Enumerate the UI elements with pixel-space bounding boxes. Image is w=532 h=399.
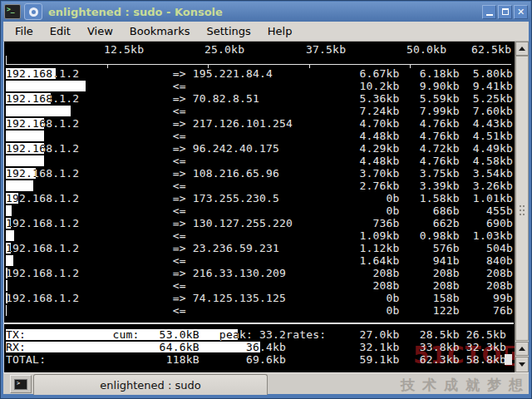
session-tab[interactable]: enlightened : sudo: [33, 374, 268, 395]
traffic-bar: <= 1.09kb 0.98kb 1.03kb: [6, 230, 14, 241]
terminal-line: 192.168.1.2 => 96.242.40.175 4.29kb 4.72…: [6, 142, 513, 155]
terminal-line: 192.168.1.2 => 195.221.84.4 6.67kb 6.18k…: [6, 67, 513, 80]
traffic-bar: 192.168.1.2 => 74.125.135.125 0b 158b 99…: [6, 293, 7, 303]
scale-label: 37.5kb: [306, 43, 346, 56]
traffic-bar: 192.168.1.2 => 70.82.8.51 5.36kb 5.59kb …: [6, 93, 51, 104]
terminal-cursor: [505, 354, 512, 365]
traffic-bar: 192.168.1.2 => 195.221.84.4 6.67kb 6.18k…: [6, 68, 56, 79]
terminal-line: RX: 64.6kB 36.4kb 32.1kb 33.8kb 32.3kbRX…: [6, 341, 513, 353]
traffic-bar: 192.168.1.2 => 217.126.101.254 4.70kb 4.…: [6, 118, 44, 129]
menu-bookmarks[interactable]: Bookmarks: [125, 23, 195, 39]
terminal-line: 192.168.1.2 => 173.255.230.5 0b 1.58kb 1…: [6, 192, 513, 204]
window-menu-button[interactable]: [24, 3, 42, 20]
traffic-bar: <= 0b 122b 76b: [6, 305, 7, 316]
window-title: enlightened : sudo - Konsole: [48, 6, 482, 18]
arrow-up-icon: [519, 347, 525, 351]
terminal-line: 192.168.1.2 => 216.33.130.209 208b 208b …: [6, 267, 513, 279]
arrow-down-icon: [519, 362, 525, 367]
traffic-bar: 192.168.1.2 => 130.127.255.220 736b 662b…: [6, 218, 11, 229]
traffic-bar: <= 1.64kb 941b 840b: [6, 255, 13, 266]
konsole-ring-icon: [29, 7, 38, 17]
menu-file[interactable]: File: [10, 23, 38, 39]
traffic-bar: 192.168.1.2 => 173.255.230.5 0b 1.58kb 1…: [6, 193, 18, 204]
scale-ruler: [4, 323, 514, 324]
menu-bar: FileEditViewBookmarksSettingsHelp: [3, 22, 529, 42]
scale-label: 12.5kb: [104, 43, 144, 56]
traffic-bar: <= 2.76kb 3.39kb 3.26kb: [6, 180, 33, 191]
menu-settings[interactable]: Settings: [201, 23, 255, 39]
terminal-line: <= 0b 686b 455b <= 0b 686b 455b: [6, 204, 513, 217]
terminal-line: <= 1.09kb 0.98kb 1.03kb <= 1.09kb 0.98kb…: [6, 229, 513, 242]
menu-view[interactable]: View: [82, 23, 118, 39]
traffic-bar: RX: 64.6kB 36.4kb 32.1kb 33.8kb 32.3kb: [6, 342, 260, 352]
arrow-up-icon: [519, 47, 525, 51]
traffic-bar: <= 208b 208b 208b: [6, 280, 7, 291]
minimize-icon: [486, 14, 493, 16]
session-tab-label: enlightened : sudo: [100, 379, 200, 392]
slogan-watermark: 技术成就梦想: [401, 376, 530, 395]
terminal-app-icon: [4, 4, 21, 19]
konsole-window: enlightened : sudo - Konsole ✕ FileEditV…: [0, 0, 532, 399]
terminal-line: <= 4.48kb 4.76kb 4.51kb <= 4.48kb 4.76kb…: [6, 130, 513, 142]
terminal-icon: [14, 379, 27, 390]
terminal-line: <= 0b 122b 76b <= 0b 122b 76b: [6, 304, 513, 317]
scale-label: 50.0kb: [406, 43, 446, 56]
window-controls: ✕: [482, 5, 528, 19]
terminal-screen[interactable]: 51CTO 12.5kb25.0kb37.5kb50.0kb62.5kb192.…: [3, 42, 515, 372]
traffic-bar: 192.168.1.2 => 108.216.65.96 3.70kb 3.75…: [6, 168, 36, 179]
close-button[interactable]: ✕: [514, 5, 528, 19]
terminal-line: <= 7.24kb 7.99kb 7.60kb <= 7.24kb 7.99kb…: [6, 105, 513, 117]
terminal-line: TOTAL: 118kB 69.6kb 59.1kb 62.3kb 58.8kb: [6, 353, 513, 366]
new-session-button[interactable]: [10, 375, 32, 393]
maximize-icon: [502, 8, 509, 15]
scroll-up-button-bottom[interactable]: [515, 342, 529, 356]
title-bar[interactable]: enlightened : sudo - Konsole ✕: [2, 2, 530, 22]
session-tab-bar: enlightened : sudo 技术成就梦想: [3, 372, 529, 394]
terminal-line: TX: cum: 53.0kB peak: 33.2rates: 27.0kb …: [6, 328, 513, 341]
terminal-line: 192.168.1.2 => 70.82.8.51 5.36kb 5.59kb …: [6, 92, 513, 105]
minimize-button[interactable]: [482, 5, 496, 19]
scale-label: 25.0kb: [204, 43, 244, 56]
traffic-bar: <= 4.48kb 4.76kb 4.51kb: [6, 131, 44, 141]
terminal-line: 192.168.1.2 => 130.127.255.220 736b 662b…: [6, 217, 513, 229]
terminal-scrollbar[interactable]: [515, 42, 529, 372]
scrollbar-grip-icon: [519, 204, 526, 216]
traffic-bar: 192.168.1.2 => 216.33.130.209 208b 208b …: [6, 268, 7, 278]
terminal-line: 192.168.1.2 => 217.126.101.254 4.70kb 4.…: [6, 117, 513, 130]
terminal-line: <= 1.64kb 941b 840b <= 1.64kb 941b 840b: [6, 254, 513, 267]
scale-label: 62.5kb: [471, 43, 511, 56]
terminal-line: <= 2.76kb 3.39kb 3.26kb <= 2.76kb 3.39kb…: [6, 180, 513, 192]
terminal-line: <= 208b 208b 208b <= 208b 208b 208b: [6, 279, 513, 292]
maximize-button[interactable]: [498, 5, 512, 19]
scroll-up-button[interactable]: [515, 42, 529, 56]
scroll-down-button[interactable]: [515, 357, 529, 372]
terminal-line: <= 4.48kb 4.76kb 4.58kb <= 4.48kb 4.76kb…: [6, 155, 513, 167]
traffic-bar: <= 4.48kb 4.76kb 4.58kb: [6, 155, 44, 166]
terminal-line: 192.168.1.2 => 74.125.135.125 0b 158b 99…: [6, 292, 513, 304]
menu-help[interactable]: Help: [263, 23, 298, 39]
scrollbar-thumb[interactable]: [515, 56, 529, 341]
terminal-line: <= 10.2kb 9.90kb 9.41kb <= 10.2kb 9.90kb…: [6, 80, 513, 92]
traffic-bar: 192.168.1.2 => 96.242.40.175 4.29kb 4.72…: [6, 143, 44, 154]
terminal-line: 192.168.1.2 => 23.236.59.231 1.12kb 576b…: [6, 242, 513, 254]
terminal-line: 192.168.1.2 => 108.216.65.96 3.70kb 3.75…: [6, 167, 513, 180]
close-icon: ✕: [517, 7, 525, 17]
traffic-bar: <= 7.24kb 7.99kb 7.60kb: [6, 106, 71, 116]
traffic-bar: 192.168.1.2 => 23.236.59.231 1.12kb 576b…: [6, 243, 11, 254]
traffic-bar: <= 10.2kb 9.90kb 9.41kb: [6, 81, 86, 91]
scale-ruler: [6, 64, 511, 65]
traffic-bar: TX: cum: 53.0kB peak: 33.2rates: 27.0kb …: [6, 329, 238, 340]
scale-ruler: [6, 56, 7, 64]
traffic-bar: <= 0b 686b 455b: [6, 205, 12, 216]
menu-edit[interactable]: Edit: [45, 23, 76, 39]
